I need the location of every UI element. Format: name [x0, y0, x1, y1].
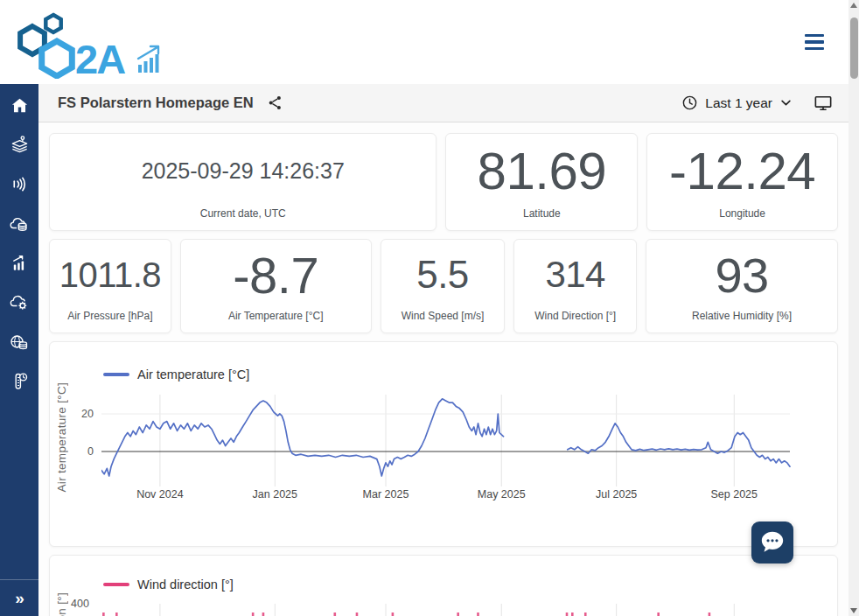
- air-temperature-plot[interactable]: [101, 393, 793, 491]
- relative-humidity-value: 93: [715, 240, 768, 310]
- latitude-label: Latitude: [523, 207, 561, 230]
- x-tick-label: Nov 2024: [123, 488, 197, 500]
- sidebar-item-web-data[interactable]: [0, 322, 38, 361]
- x-tick-label: May 2025: [464, 488, 538, 500]
- dashboard-content: 2025-09-29 14:26:37 Current date, UTC 81…: [38, 122, 849, 616]
- legend-label: Air temperature [°C]: [137, 368, 249, 382]
- x-tick-label: Mar 2025: [349, 488, 423, 500]
- page-title: FS Polarstern Homepage EN: [58, 94, 254, 111]
- x-axis-labels: Nov 2024Jan 2025Mar 2025May 2025Jul 2025…: [101, 488, 793, 504]
- widget-wind-direction: 314 Wind Direction [°]: [513, 239, 637, 333]
- cloud-database-icon: [9, 214, 30, 234]
- legend-line-swatch: [103, 373, 129, 376]
- scrollbar-thumb[interactable]: [850, 18, 858, 79]
- o2a-logo-icon: 2A: [7, 5, 178, 79]
- x-tick-label: Jul 2025: [580, 488, 653, 500]
- current-date-label: Current date, UTC: [200, 207, 286, 230]
- widget-air-pressure: 1011.8 Air Pressure [hPa]: [49, 239, 171, 333]
- air-temperature-value: -8.7: [233, 240, 318, 310]
- relative-humidity-label: Relative Humidity [%]: [692, 310, 792, 332]
- clock-icon: [681, 94, 698, 111]
- share-icon: [267, 94, 283, 111]
- dashboard-page: 2A: [0, 0, 859, 616]
- home-icon: [10, 95, 30, 116]
- wind-speed-value: 5.5: [416, 240, 469, 310]
- sidebar-item-sensors[interactable]: [0, 164, 38, 204]
- toolbar: FS Polarstern Homepage EN Last 1 year: [38, 84, 849, 122]
- time-range-label: Last 1 year: [705, 95, 772, 111]
- legend-label: Wind direction [°]: [137, 578, 234, 592]
- monitor-icon: [814, 94, 833, 112]
- cloud-gear-icon: [9, 292, 30, 313]
- signal-icon: [10, 174, 30, 194]
- sidebar-expand-button[interactable]: »: [0, 579, 38, 616]
- logo-trend-icon: [138, 46, 159, 73]
- globe-database-icon: [9, 332, 30, 353]
- latitude-value: 81.69: [478, 134, 607, 207]
- vertical-scrollbar[interactable]: [849, 0, 859, 616]
- share-button[interactable]: [267, 94, 283, 111]
- stat-row-1: 2025-09-29 14:26:37 Current date, UTC 81…: [49, 133, 838, 231]
- widget-longitude: -12.24 Longitude: [646, 133, 838, 231]
- scroll-up-arrow-icon[interactable]: [850, 3, 857, 8]
- air-pressure-label: Air Pressure [hPa]: [67, 310, 152, 332]
- layers-pin-icon: [10, 135, 30, 155]
- wind-direction-legend[interactable]: Wind direction [°]: [103, 578, 234, 592]
- chevron-down-icon: [779, 96, 793, 109]
- y-axis-label: Air temperature [°C]: [55, 382, 68, 492]
- time-range-selector[interactable]: Last 1 year: [681, 94, 793, 111]
- air-temperature-chart: Air temperature [°C] Air temperature [°C…: [49, 341, 838, 547]
- longitude-value: -12.24: [669, 134, 815, 207]
- widget-air-temperature: -8.7 Air Temperature [°C]: [180, 239, 372, 333]
- y-tick-0: 0: [73, 445, 94, 458]
- x-tick-label: Jan 2025: [238, 488, 311, 500]
- y-axis-label: Wind direction [°]: [55, 592, 68, 616]
- chat-button[interactable]: [751, 522, 793, 564]
- stat-row-2: 1011.8 Air Pressure [hPa] -8.7 Air Tempe…: [49, 239, 838, 333]
- sidebar-item-home[interactable]: [0, 86, 38, 125]
- sidebar-item-cloud-services[interactable]: [0, 283, 38, 322]
- main-area: FS Polarstern Homepage EN Last 1 year: [38, 84, 849, 616]
- y-tick-20: 20: [73, 408, 94, 420]
- widget-wind-speed: 5.5 Wind Speed [m/s]: [381, 239, 506, 333]
- logo-text: 2A: [75, 36, 125, 79]
- scale-clock-icon: [9, 371, 30, 392]
- widget-latitude: 81.69 Latitude: [445, 133, 638, 231]
- fullscreen-button[interactable]: [814, 94, 833, 112]
- wind-direction-plot[interactable]: [101, 604, 793, 616]
- widget-relative-humidity: 93 Relative Humidity [%]: [646, 239, 838, 333]
- current-date-value: 2025-09-29 14:26:37: [142, 134, 345, 207]
- legend-line-swatch: [103, 583, 129, 586]
- wind-direction-chart: Wind direction [°] Wind direction [°] 40…: [49, 555, 838, 616]
- air-temperature-legend[interactable]: Air temperature [°C]: [103, 368, 249, 382]
- app-header: 2A: [0, 0, 849, 84]
- wind-direction-value: 314: [545, 240, 605, 310]
- sidebar-item-data-cloud[interactable]: [0, 204, 38, 243]
- sidebar: »: [0, 84, 38, 616]
- air-pressure-value: 1011.8: [59, 240, 161, 310]
- o2a-logo[interactable]: 2A: [7, 5, 178, 82]
- sidebar-item-platforms[interactable]: [0, 125, 38, 164]
- widget-current-date: 2025-09-29 14:26:37 Current date, UTC: [49, 133, 436, 231]
- longitude-label: Longitude: [719, 207, 765, 230]
- wind-direction-label: Wind Direction [°]: [534, 310, 616, 332]
- wind-speed-label: Wind Speed [m/s]: [402, 310, 485, 332]
- hamburger-menu-icon[interactable]: [805, 34, 824, 50]
- scroll-down-arrow-icon[interactable]: [850, 608, 857, 613]
- x-tick-label: Sep 2025: [697, 488, 771, 500]
- sidebar-item-measurements[interactable]: [0, 361, 38, 401]
- y-tick-400: 400: [71, 598, 97, 610]
- chat-bubble-icon: [758, 528, 787, 556]
- air-temperature-label: Air Temperature [°C]: [228, 310, 324, 332]
- sidebar-item-dashboards[interactable]: [0, 243, 38, 283]
- chart-arrow-icon: [10, 253, 30, 273]
